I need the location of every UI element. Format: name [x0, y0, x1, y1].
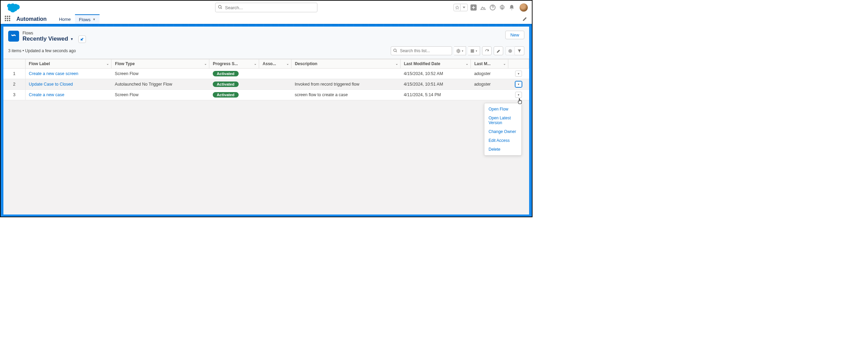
chevron-down-icon[interactable]: ⌄ — [503, 62, 506, 65]
add-icon[interactable] — [470, 4, 477, 11]
svg-rect-10 — [471, 50, 474, 51]
desc-cell: screen flow to create a case — [291, 90, 400, 100]
pin-list-button[interactable] — [78, 35, 86, 43]
mod-cell: adogster — [471, 79, 508, 90]
row-number: 2 — [3, 79, 25, 90]
menu-item-open-flow[interactable]: Open Flow — [484, 105, 521, 114]
chevron-down-icon[interactable]: ⌄ — [466, 62, 468, 65]
desc-cell — [291, 69, 400, 79]
nav-item-flows[interactable]: Flows ▼ — [75, 14, 100, 24]
flow-type-cell: Screen Flow — [111, 90, 209, 100]
svg-line-1 — [221, 8, 222, 9]
svg-point-0 — [219, 5, 221, 8]
app-nav: Automation Home Flows ▼ — [1, 14, 532, 24]
row-number: 3 — [3, 90, 25, 100]
asso-cell — [259, 79, 291, 90]
date-cell: 4/11/2024, 5:14 PM — [400, 90, 470, 100]
flow-label-link[interactable]: Update Case to Closed — [29, 82, 73, 87]
flow-type-cell: Screen Flow — [111, 69, 209, 79]
table-row[interactable]: 2 Update Case to Closed Autolaunched No … — [3, 79, 529, 90]
col-row-number — [3, 59, 25, 69]
refresh-icon[interactable] — [482, 46, 492, 55]
favorites-group — [453, 4, 468, 11]
flow-label-link[interactable]: Create a new case — [29, 92, 64, 97]
col-progress-status[interactable]: Progress S...⌄ — [209, 59, 259, 69]
status-pill: Activated — [213, 82, 239, 87]
col-flow-label[interactable]: Flow Label⌄ — [25, 59, 111, 69]
favorite-dropdown-icon[interactable] — [461, 4, 467, 11]
nav-item-label: Flows — [79, 17, 91, 22]
global-search-wrap — [215, 3, 317, 12]
chevron-down-icon[interactable]: ⌄ — [106, 62, 109, 65]
chevron-down-icon[interactable]: ▼ — [93, 18, 96, 21]
asso-cell — [259, 69, 291, 79]
list-view-label: Recently Viewed — [23, 35, 68, 42]
svg-point-5 — [502, 7, 503, 9]
chevron-down-icon[interactable]: ⌄ — [204, 62, 207, 65]
col-last-modified-date[interactable]: Last Modified Date⌄ — [400, 59, 470, 69]
row-number: 1 — [3, 69, 25, 79]
list-toolbar: ▼ ▼ — [391, 46, 524, 55]
search-list-wrap — [391, 46, 452, 55]
help-icon[interactable] — [489, 4, 496, 11]
row-actions-button[interactable]: ▼ — [515, 71, 522, 77]
salesforce-logo[interactable] — [5, 2, 20, 13]
date-cell: 4/15/2024, 10:52 AM — [400, 69, 470, 79]
flow-type-cell: Autolaunched No Trigger Flow — [111, 79, 209, 90]
list-view-name[interactable]: Recently Viewed ▼ — [23, 35, 74, 42]
app-name: Automation — [16, 16, 47, 22]
chevron-down-icon[interactable]: ⌄ — [286, 62, 289, 65]
global-search-input[interactable] — [215, 3, 317, 12]
table-row[interactable]: 3 Create a new case Screen Flow Activate… — [3, 90, 529, 100]
flow-object-icon — [8, 31, 19, 42]
global-header — [1, 1, 532, 14]
nav-item-home[interactable]: Home — [55, 14, 75, 24]
mod-cell: adogster — [471, 69, 508, 79]
list-status-text: 3 items • Updated a few seconds ago — [8, 48, 76, 53]
header-actions — [453, 3, 528, 12]
row-actions-button[interactable]: ▼ — [515, 81, 522, 87]
new-button[interactable]: New — [505, 31, 524, 39]
page-body: Flows Recently Viewed ▼ New 3 items • Up… — [1, 27, 532, 217]
svg-point-6 — [394, 49, 396, 52]
menu-item-edit-access[interactable]: Edit Access — [484, 136, 521, 145]
asso-cell — [259, 90, 291, 100]
table-row[interactable]: 1 Create a new case screen Screen Flow A… — [3, 69, 529, 79]
notifications-bell-icon[interactable] — [508, 4, 515, 11]
setup-gear-icon[interactable] — [498, 4, 506, 11]
menu-item-delete[interactable]: Delete — [484, 145, 521, 154]
col-flow-type[interactable]: Flow Type⌄ — [111, 59, 209, 69]
edit-list-pencil-icon[interactable] — [494, 46, 503, 55]
chevron-down-icon[interactable]: ⌄ — [395, 62, 398, 65]
favorite-star-icon[interactable] — [454, 4, 461, 11]
menu-item-change-owner[interactable]: Change Owner — [484, 127, 521, 136]
status-pill: Activated — [213, 71, 239, 76]
svg-rect-9 — [471, 49, 474, 50]
col-last-modified-by[interactable]: Last M...⌄ — [471, 59, 508, 69]
col-associated[interactable]: Asso...⌄ — [259, 59, 291, 69]
row-actions-button[interactable]: ▼ — [515, 92, 522, 98]
filter-icon[interactable] — [515, 46, 524, 55]
app-launcher-icon[interactable] — [5, 16, 12, 23]
flow-label-link[interactable]: Create a new case screen — [29, 71, 78, 76]
col-description[interactable]: Description⌄ — [291, 59, 400, 69]
chevron-down-icon: ▼ — [70, 37, 74, 41]
row-actions-menu: Open Flow Open Latest Version Change Own… — [484, 103, 522, 156]
decorative-band — [1, 24, 532, 27]
date-cell: 4/15/2024, 10:51 AM — [400, 79, 470, 90]
chart-icon[interactable] — [505, 46, 515, 55]
display-as-table-icon[interactable]: ▼ — [468, 46, 480, 55]
flows-table: Flow Label⌄ Flow Type⌄ Progress S...⌄ As… — [3, 59, 529, 100]
search-icon — [393, 48, 398, 53]
svg-marker-2 — [455, 6, 459, 9]
chevron-down-icon[interactable]: ⌄ — [254, 62, 257, 65]
edit-nav-pencil-icon[interactable] — [522, 17, 527, 21]
search-icon — [218, 5, 223, 10]
search-list-input[interactable] — [391, 46, 452, 55]
user-avatar[interactable] — [520, 3, 528, 12]
desc-cell: Invoked from record triggered flow — [291, 79, 400, 90]
menu-item-open-latest-version[interactable]: Open Latest Version — [484, 114, 521, 127]
trailhead-icon[interactable] — [479, 4, 487, 11]
mod-cell — [471, 90, 508, 100]
list-settings-gear-icon[interactable]: ▼ — [454, 46, 466, 55]
